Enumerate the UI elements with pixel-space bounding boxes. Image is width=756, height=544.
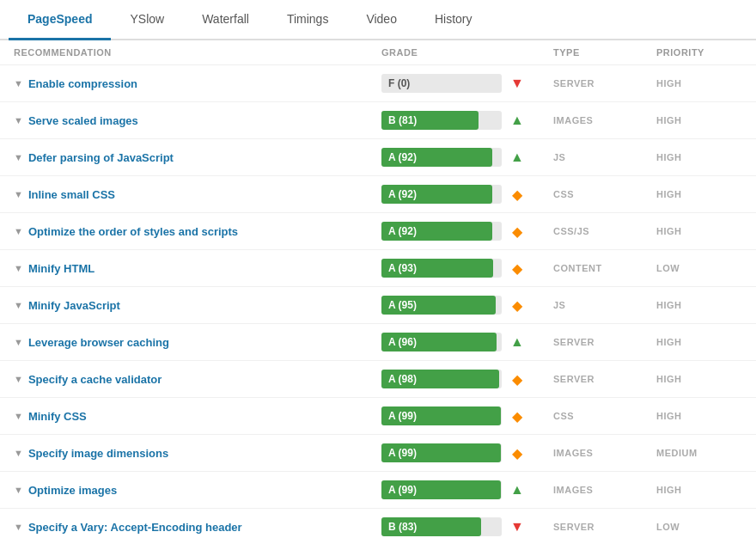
- priority-cell: MEDIUM: [656, 448, 742, 458]
- diamond-icon: ◆: [509, 371, 526, 388]
- grade-label: A (92): [388, 225, 417, 237]
- rec-cell-9: ▼Minify CSS: [14, 410, 381, 423]
- priority-cell: HIGH: [656, 115, 742, 125]
- priority-cell: HIGH: [656, 374, 742, 384]
- recommendation-link[interactable]: Specify image dimensions: [28, 447, 168, 460]
- rec-cell-6: ▼Minify JavaScript: [14, 299, 381, 312]
- tab-waterfall[interactable]: Waterfall: [183, 0, 268, 40]
- recommendation-link[interactable]: Minify HTML: [28, 262, 94, 275]
- table-row: ▼Enable compressionF (0)▼SERVERHIGH: [0, 65, 756, 102]
- table-header: RECOMMENDATION GRADE TYPE PRIORITY: [0, 40, 756, 65]
- diamond-icon: ◆: [509, 260, 526, 277]
- recommendation-link[interactable]: Inline small CSS: [28, 188, 115, 201]
- table-container: RECOMMENDATION GRADE TYPE PRIORITY ▼Enab…: [0, 40, 756, 544]
- recommendation-link[interactable]: Optimize the order of styles and scripts: [28, 225, 238, 238]
- grade-label: B (81): [388, 114, 417, 126]
- grade-cell-6: A (95)◆: [381, 296, 553, 315]
- tabs-container: PageSpeedYSlowWaterfallTimingsVideoHisto…: [0, 0, 756, 40]
- type-cell: SERVER: [553, 522, 656, 532]
- recommendation-link[interactable]: Specify a Vary: Accept-Encoding header: [28, 521, 242, 534]
- priority-cell: LOW: [656, 522, 742, 532]
- grade-label: A (99): [388, 410, 417, 422]
- table-row: ▼Inline small CSSA (92)◆CSSHIGH: [0, 176, 756, 213]
- type-cell: IMAGES: [553, 448, 656, 458]
- grade-cell-9: A (99)◆: [381, 406, 553, 425]
- chevron-icon[interactable]: ▼: [14, 485, 23, 495]
- chevron-icon[interactable]: ▼: [14, 78, 23, 89]
- grade-cell-12: B (83)▼: [381, 517, 553, 536]
- diamond-icon: ◆: [509, 186, 526, 203]
- priority-cell: HIGH: [656, 78, 742, 89]
- type-cell: CSS/JS: [553, 226, 656, 236]
- grade-bar: A (93): [381, 259, 502, 278]
- table-row: ▼Minify CSSA (99)◆CSSHIGH: [0, 398, 756, 435]
- rec-cell-10: ▼Specify image dimensions: [14, 447, 381, 460]
- arrow-up-icon: ▲: [509, 113, 526, 128]
- grade-bar: A (99): [381, 480, 502, 499]
- rec-cell-7: ▼Leverage browser caching: [14, 336, 381, 349]
- table-body: ▼Enable compressionF (0)▼SERVERHIGH▼Serv…: [0, 65, 756, 544]
- grade-label: F (0): [388, 77, 410, 89]
- grade-cell-1: B (81)▲: [381, 111, 553, 130]
- type-cell: SERVER: [553, 78, 656, 89]
- arrow-down-icon: ▼: [509, 76, 526, 91]
- chevron-icon[interactable]: ▼: [14, 226, 23, 236]
- table-row: ▼Specify a Vary: Accept-Encoding headerB…: [0, 509, 756, 544]
- recommendation-link[interactable]: Minify CSS: [28, 410, 87, 423]
- grade-cell-10: A (99)◆: [381, 443, 553, 462]
- chevron-icon[interactable]: ▼: [14, 374, 23, 384]
- priority-cell: HIGH: [656, 152, 742, 162]
- grade-bar: B (83): [381, 517, 502, 536]
- chevron-icon[interactable]: ▼: [14, 263, 23, 273]
- type-cell: IMAGES: [553, 485, 656, 495]
- grade-cell-3: A (92)◆: [381, 185, 553, 204]
- type-cell: JS: [553, 300, 656, 310]
- chevron-icon[interactable]: ▼: [14, 189, 23, 199]
- tab-yslow[interactable]: YSlow: [111, 0, 183, 40]
- chevron-icon[interactable]: ▼: [14, 337, 23, 347]
- grade-bar: A (92): [381, 148, 502, 167]
- recommendation-link[interactable]: Specify a cache validator: [28, 373, 162, 386]
- table-row: ▼Leverage browser cachingA (96)▲SERVERHI…: [0, 324, 756, 361]
- chevron-icon[interactable]: ▼: [14, 115, 23, 125]
- tab-history[interactable]: History: [416, 0, 491, 40]
- header-type: TYPE: [553, 47, 656, 58]
- chevron-icon[interactable]: ▼: [14, 300, 23, 310]
- chevron-icon[interactable]: ▼: [14, 448, 23, 458]
- recommendation-link[interactable]: Serve scaled images: [28, 114, 138, 127]
- type-cell: CSS: [553, 189, 656, 199]
- grade-label: A (98): [388, 373, 417, 385]
- grade-label: B (83): [388, 521, 417, 533]
- recommendation-link[interactable]: Minify JavaScript: [28, 299, 120, 312]
- chevron-icon[interactable]: ▼: [14, 411, 23, 421]
- priority-cell: HIGH: [656, 411, 742, 421]
- grade-cell-4: A (92)◆: [381, 222, 553, 241]
- grade-cell-11: A (99)▲: [381, 480, 553, 499]
- priority-cell: HIGH: [656, 485, 742, 495]
- tab-pagespeed[interactable]: PageSpeed: [9, 0, 111, 40]
- recommendation-link[interactable]: Optimize images: [28, 484, 117, 497]
- type-cell: CONTENT: [553, 263, 656, 273]
- chevron-icon[interactable]: ▼: [14, 152, 23, 162]
- grade-label: A (95): [388, 299, 417, 311]
- grade-cell-0: F (0)▼: [381, 74, 553, 93]
- recommendation-link[interactable]: Leverage browser caching: [28, 336, 169, 349]
- table-row: ▼Serve scaled imagesB (81)▲IMAGESHIGH: [0, 102, 756, 139]
- grade-cell-5: A (93)◆: [381, 259, 553, 278]
- tab-video[interactable]: Video: [347, 0, 416, 40]
- tab-timings[interactable]: Timings: [268, 0, 348, 40]
- table-row: ▼Defer parsing of JavaScriptA (92)▲JSHIG…: [0, 139, 756, 176]
- rec-cell-11: ▼Optimize images: [14, 484, 381, 497]
- rec-cell-2: ▼Defer parsing of JavaScript: [14, 151, 381, 164]
- rec-cell-12: ▼Specify a Vary: Accept-Encoding header: [14, 521, 381, 534]
- recommendation-link[interactable]: Enable compression: [28, 77, 137, 90]
- arrow-up-icon: ▲: [509, 482, 526, 498]
- recommendation-link[interactable]: Defer parsing of JavaScript: [28, 151, 174, 164]
- grade-bar: F (0): [381, 74, 502, 93]
- priority-cell: HIGH: [656, 300, 742, 310]
- arrow-down-icon: ▼: [509, 519, 526, 535]
- grade-bar: A (92): [381, 185, 502, 204]
- table-row: ▼Minify JavaScriptA (95)◆JSHIGH: [0, 287, 756, 324]
- grade-label: A (99): [388, 484, 417, 496]
- chevron-icon[interactable]: ▼: [14, 522, 23, 532]
